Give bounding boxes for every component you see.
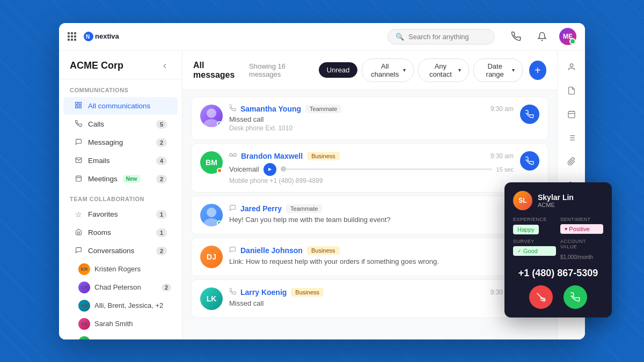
- svg-point-14: [233, 153, 236, 156]
- svg-point-13: [230, 153, 232, 156]
- chat-icon: [229, 204, 236, 213]
- channels-filter-btn[interactable]: All channels: [362, 58, 414, 82]
- unread-filter-btn[interactable]: Unread: [319, 62, 358, 78]
- meetings-badge: 2: [156, 175, 167, 183]
- communications-label: Communications: [59, 79, 182, 97]
- collapse-button[interactable]: [158, 60, 171, 72]
- user-avatar-nav[interactable]: ME: [559, 28, 576, 45]
- samantha-text: Missed call: [229, 115, 514, 123]
- contact-sarah[interactable]: SS Sarah Smith: [59, 315, 182, 333]
- brandon-tag: Business: [307, 152, 340, 160]
- grid-menu-icon[interactable]: [68, 32, 76, 41]
- brandon-call-btn[interactable]: [520, 151, 539, 171]
- kristen-name: Kristen Rogers: [94, 265, 141, 273]
- popup-phone: +1 (480) 867-5309: [513, 268, 603, 279]
- voicemail-duration: 15 sec: [496, 166, 514, 173]
- favorites-badge: 1: [156, 210, 167, 219]
- all-comms-icon: [74, 101, 83, 110]
- svg-rect-4: [79, 102, 81, 104]
- phone-nav-icon[interactable]: [508, 28, 525, 45]
- voicemail-icon: [229, 151, 237, 161]
- play-button[interactable]: ▶: [264, 163, 276, 176]
- sidebar-item-label: All communications: [88, 102, 150, 110]
- survey-value: ✓ Good: [513, 246, 556, 256]
- contact-will[interactable]: WW Will Williams: [59, 333, 182, 339]
- voicemail-progress[interactable]: [281, 168, 492, 170]
- rooms-label: Rooms: [88, 228, 111, 237]
- meetings-label: Meetings: [88, 175, 118, 183]
- conversations-icon: [74, 247, 83, 255]
- jared-text: Hey! Can you help me with the team build…: [229, 216, 539, 224]
- samantha-tag: Teammate: [305, 105, 341, 113]
- message-card-brandon[interactable]: BM Brandon Maxwell Bus: [191, 143, 548, 193]
- list-nav-icon[interactable]: [562, 128, 581, 147]
- sidebar-item-all-comms[interactable]: All communications: [63, 97, 178, 115]
- sidebar-item-rooms[interactable]: Rooms 1: [63, 224, 178, 241]
- message-header: All messages Showing 16 messages Unread …: [182, 51, 557, 90]
- decline-call-btn[interactable]: [529, 285, 553, 309]
- experience-value: Happy: [513, 225, 539, 234]
- message-card-danielle[interactable]: DJ Danielle Johnson Business: [191, 238, 548, 276]
- samantha-call-btn[interactable]: [520, 105, 539, 124]
- sidebar-item-favorites[interactable]: ☆ Favorites 1: [63, 206, 178, 223]
- account-value-label: ACCOUNT VALUE: [560, 239, 603, 249]
- contact-filter-btn[interactable]: Any contact: [418, 58, 469, 82]
- svg-text:N: N: [86, 34, 90, 40]
- bell-icon[interactable]: [533, 28, 551, 45]
- rooms-icon: [74, 228, 83, 237]
- message-card-jared[interactable]: Jared Perry Teammate Hey! Can you help m…: [191, 196, 548, 234]
- svg-rect-5: [79, 106, 81, 108]
- emails-badge: 4: [156, 157, 167, 165]
- company-name: ACME Corp: [70, 60, 123, 71]
- emails-label: Emails: [88, 157, 110, 165]
- paperclip-nav-icon[interactable]: [562, 152, 581, 171]
- popup-name: Skylar Lin: [538, 193, 574, 202]
- svg-rect-3: [76, 102, 78, 104]
- header-filters: Unread All channels Any contact Date ran…: [319, 58, 523, 82]
- contact-group[interactable]: AB Alli, Brent, Jessica, +2: [59, 297, 182, 315]
- nav-icons: ME: [508, 28, 576, 45]
- contact-kristen[interactable]: KR Kristen Rogers: [59, 260, 182, 278]
- svg-point-18: [570, 64, 573, 67]
- danielle-avatar: DJ: [200, 246, 223, 268]
- brandon-avatar: BM: [200, 151, 223, 174]
- accept-call-btn[interactable]: [564, 285, 587, 309]
- experience-field: EXPERIENCE Happy: [513, 217, 556, 234]
- message-card-samantha[interactable]: Samantha Young Teammate 9:30 am Missed c…: [191, 97, 548, 140]
- contact-chad[interactable]: CP Chad Peterson 2: [59, 278, 182, 297]
- sidebar-item-conversations[interactable]: Conversations 2: [63, 242, 178, 260]
- will-name: Will Williams: [94, 338, 134, 339]
- sidebar-item-calls[interactable]: Calls 5: [63, 116, 178, 133]
- danielle-body: Danielle Johnson Business Link: How to r…: [229, 246, 539, 265]
- search-input[interactable]: [408, 33, 487, 41]
- meetings-icon: [74, 175, 83, 183]
- svg-rect-7: [76, 176, 81, 181]
- jared-body: Jared Perry Teammate Hey! Can you help m…: [229, 204, 539, 224]
- sidebar-item-messaging[interactable]: Messaging 2: [63, 134, 178, 151]
- samantha-time: 9:30 am: [491, 105, 514, 113]
- rooms-badge: 1: [156, 228, 167, 237]
- sidebar-item-emails[interactable]: Emails 4: [63, 152, 178, 169]
- date-filter-btn[interactable]: Date range: [473, 58, 523, 82]
- document-nav-icon[interactable]: [562, 81, 581, 100]
- search-box[interactable]: 🔍: [387, 29, 495, 45]
- voicemail-player: Voicemail ▶ 15 sec: [229, 163, 514, 176]
- chat-icon2: [229, 246, 236, 255]
- brandon-name: Brandon Maxwell: [241, 152, 303, 160]
- message-card-larry[interactable]: LK Larry Koenig Business 9:30 am: [191, 279, 548, 318]
- team-label: Team collaboration: [59, 188, 182, 205]
- top-nav: N nextiva 🔍 ME: [59, 23, 585, 51]
- chad-name: Chad Peterson: [94, 283, 141, 291]
- sidebar-item-meetings[interactable]: Meetings New 2: [63, 171, 178, 188]
- search-icon: 🔍: [396, 33, 404, 41]
- email-icon: [74, 157, 83, 165]
- add-button[interactable]: +: [529, 61, 546, 80]
- contact-nav-icon[interactable]: [562, 57, 581, 77]
- calendar-nav-icon[interactable]: [562, 105, 581, 124]
- larry-text: Missed call: [229, 299, 514, 307]
- danielle-name: Danielle Johnson: [240, 246, 303, 255]
- account-value: $1,000/month: [560, 253, 593, 261]
- svg-point-16: [207, 208, 216, 217]
- chad-badge: 2: [162, 284, 171, 291]
- survey-label: SURVEY: [513, 239, 556, 244]
